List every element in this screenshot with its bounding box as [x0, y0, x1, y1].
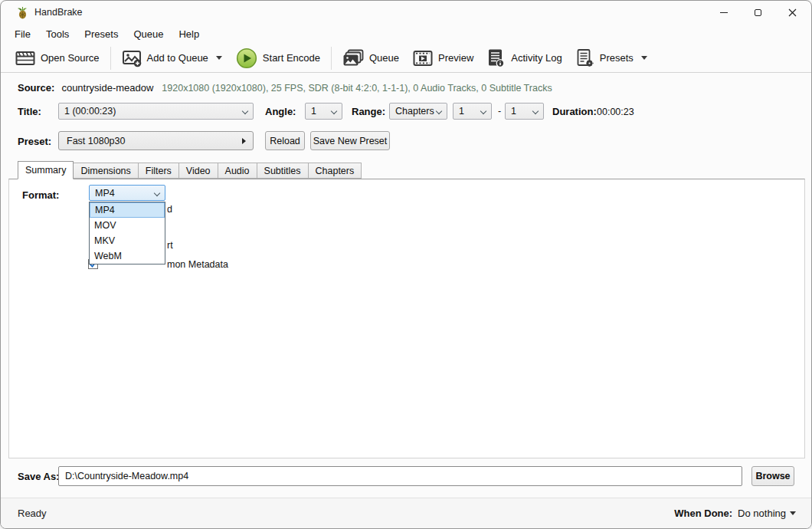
range-mode-value: Chapters — [395, 106, 434, 117]
menu-help[interactable]: Help — [171, 25, 207, 43]
range-mode-select[interactable]: Chapters — [389, 103, 447, 120]
tab-strip: Summary Dimensions Filters Video Audio S… — [18, 161, 361, 179]
tab-subtitles[interactable]: Subtitles — [257, 163, 309, 179]
range-separator: - — [498, 106, 501, 117]
open-source-label: Open Source — [41, 52, 100, 64]
menu-queue[interactable]: Queue — [126, 25, 171, 43]
title-select-value: 1 (00:00:23) — [64, 106, 116, 117]
range-to-select[interactable]: 1 — [505, 103, 544, 120]
chevron-right-icon — [242, 138, 246, 144]
menu-bar: File Tools Presets Queue Help — [7, 24, 207, 44]
preview-label: Preview — [438, 52, 473, 64]
presets-button[interactable]: Presets — [569, 45, 654, 71]
preset-label: Preset: — [18, 136, 51, 147]
maximize-button[interactable] — [741, 1, 775, 24]
range-label: Range: — [352, 106, 385, 117]
queue-button[interactable]: Queue — [336, 46, 406, 71]
chevron-down-icon — [331, 108, 337, 114]
reload-button[interactable]: Reload — [265, 131, 305, 150]
tab-filters[interactable]: Filters — [138, 163, 179, 179]
green-play-icon — [236, 48, 257, 69]
close-icon — [788, 8, 797, 17]
format-label: Format: — [22, 189, 59, 201]
toolbar-separator — [110, 47, 111, 70]
format-option-mp4[interactable]: MP4 — [90, 202, 165, 218]
save-as-input[interactable] — [58, 466, 742, 486]
open-source-button[interactable]: Open Source — [8, 46, 106, 71]
handbrake-logo-icon — [16, 6, 29, 19]
chevron-down-icon — [436, 108, 442, 114]
window-title: HandBrake — [34, 7, 83, 18]
handbrake-window: HandBrake File Tools Presets Queue Help … — [0, 0, 812, 529]
start-encode-label: Start Encode — [263, 52, 320, 64]
activity-log-label: Activity Log — [511, 52, 562, 64]
duration-label: Duration: — [552, 106, 597, 117]
menu-file[interactable]: File — [7, 25, 38, 43]
source-name: countryside-meadow — [61, 82, 153, 94]
chevron-down-icon — [154, 190, 160, 196]
angle-select-value: 1 — [311, 106, 316, 117]
when-done-dropdown[interactable]: When Done: Do nothing — [674, 508, 796, 519]
preset-document-gear-icon — [576, 48, 594, 68]
source-details: 1920x1080 (1920x1080), 25 FPS, SDR (8-bi… — [162, 83, 552, 94]
toolbar-separator — [331, 47, 332, 70]
log-document-icon — [487, 48, 506, 68]
tab-video[interactable]: Video — [178, 163, 218, 179]
angle-select[interactable]: 1 — [305, 103, 342, 120]
tab-summary[interactable]: Summary — [18, 161, 74, 179]
when-done-value: Do nothing — [738, 508, 786, 519]
occluded-passthru-metadata-fragment: mon Metadata — [167, 259, 228, 270]
photo-stack-icon — [342, 49, 364, 67]
activity-log-button[interactable]: Activity Log — [480, 45, 568, 71]
chevron-down-icon — [532, 108, 539, 114]
close-button[interactable] — [775, 1, 810, 24]
presets-label: Presets — [600, 52, 634, 64]
occluded-align-av-start-fragment: rt — [167, 240, 173, 251]
chevron-down-icon — [641, 56, 647, 60]
preview-button[interactable]: Preview — [406, 46, 480, 71]
chevron-down-icon — [480, 108, 486, 114]
toolbar: Open Source Add to Queue Start Encode — [1, 44, 811, 73]
status-bar: Ready When Done: Do nothing — [1, 498, 811, 529]
status-text: Ready — [18, 508, 47, 519]
format-select-value: MP4 — [95, 188, 115, 199]
add-to-queue-label: Add to Queue — [147, 52, 208, 64]
preset-value: Fast 1080p30 — [67, 136, 125, 146]
start-encode-button[interactable]: Start Encode — [229, 44, 327, 72]
duration-value: 00:00:23 — [597, 107, 634, 117]
browse-button[interactable]: Browse — [751, 466, 794, 486]
menu-tools[interactable]: Tools — [38, 25, 77, 43]
window-controls — [706, 1, 810, 24]
maximize-icon — [755, 9, 761, 16]
format-option-mov[interactable]: MOV — [90, 218, 165, 233]
range-from-select[interactable]: 1 — [453, 103, 492, 120]
chevron-down-icon — [216, 56, 222, 60]
occluded-web-optimized-fragment: d — [167, 204, 172, 215]
save-new-preset-button[interactable]: Save New Preset — [310, 131, 390, 150]
tab-chapters[interactable]: Chapters — [308, 163, 362, 179]
chevron-down-icon — [242, 108, 248, 114]
title-label: Title: — [18, 106, 41, 117]
minimize-button[interactable] — [706, 1, 741, 24]
when-done-label: When Done: — [674, 508, 732, 519]
format-option-mkv[interactable]: MKV — [90, 233, 165, 248]
format-option-webm[interactable]: WebM — [90, 248, 165, 264]
title-bar: HandBrake — [1, 1, 811, 24]
preset-select[interactable]: Fast 1080p30 — [58, 131, 254, 150]
add-to-queue-button[interactable]: Add to Queue — [115, 46, 229, 71]
format-select[interactable]: MP4 — [89, 185, 165, 201]
title-select[interactable]: 1 (00:00:23) — [58, 103, 254, 120]
minimize-icon — [720, 12, 728, 13]
range-from-value: 1 — [459, 106, 464, 117]
queue-label: Queue — [369, 52, 399, 64]
format-dropdown-list: MP4 MOV MKV WebM — [89, 202, 165, 264]
film-preview-icon — [413, 49, 433, 67]
chevron-down-icon — [790, 511, 796, 515]
menu-presets[interactable]: Presets — [77, 25, 126, 43]
angle-label: Angle: — [265, 106, 296, 117]
save-as-label: Save As: — [18, 471, 59, 482]
source-label: Source: — [18, 82, 54, 94]
range-to-value: 1 — [511, 106, 516, 117]
tab-audio[interactable]: Audio — [218, 163, 257, 179]
tab-dimensions[interactable]: Dimensions — [73, 163, 138, 179]
